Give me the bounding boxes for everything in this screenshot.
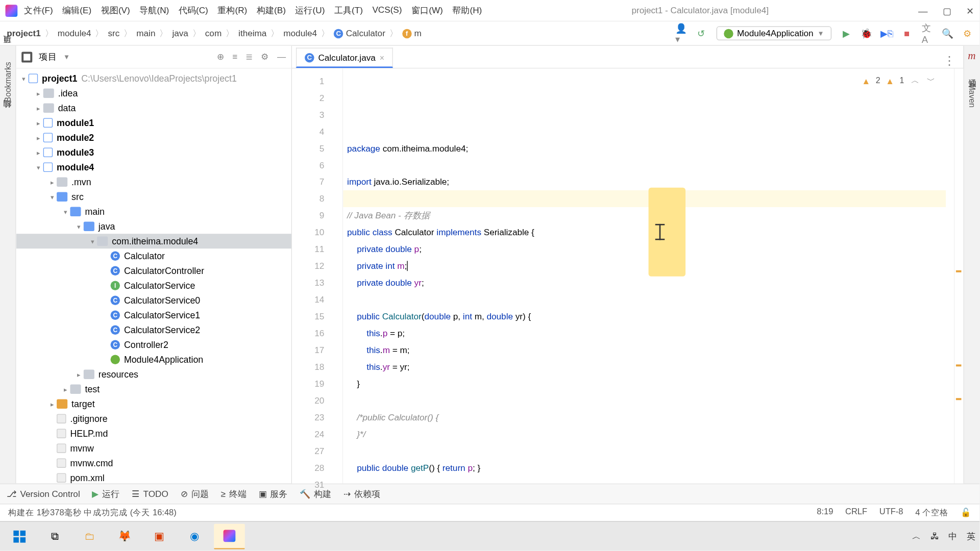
breadcrumb-item[interactable]: module4 xyxy=(58,28,91,38)
tab-calculator[interactable]: C Calculator.java × xyxy=(296,48,393,68)
tree-node[interactable]: ▸data xyxy=(16,101,291,116)
menu-item[interactable]: 构建(B) xyxy=(257,5,286,17)
error-stripe[interactable] xyxy=(954,68,963,483)
tab-more-icon[interactable]: ⋮ xyxy=(935,53,963,68)
inspection-widget[interactable]: ▲2 ▲1 ︿﹀ xyxy=(859,71,939,91)
firefox-button[interactable]: 🦊 xyxy=(109,523,140,549)
readonly-lock-icon[interactable]: 🔓 xyxy=(961,507,971,518)
sync-icon[interactable]: ↺ xyxy=(696,28,707,39)
intellij-button[interactable] xyxy=(214,523,245,549)
windows-taskbar[interactable]: ⧉ 🗀 🦊 ▣ ◉ ︿ 🖧 中 英 xyxy=(0,521,979,550)
menu-item[interactable]: 导航(N) xyxy=(139,5,169,17)
tree-node[interactable]: Module4Application xyxy=(16,353,291,367)
breadcrumb-item[interactable]: module4 xyxy=(283,28,317,38)
menu-item[interactable]: 运行(U) xyxy=(295,5,325,17)
caret-position[interactable]: 8:19 xyxy=(817,507,833,518)
editor-tabs[interactable]: C Calculator.java × ⋮ xyxy=(292,46,963,69)
line-separator[interactable]: CRLF xyxy=(845,507,867,518)
breadcrumb-field[interactable]: f m xyxy=(402,28,422,38)
user-icon[interactable]: 👤▾ xyxy=(676,28,687,39)
stop-button[interactable]: ■ xyxy=(901,28,912,39)
right-gutter[interactable]: m 通知 Maven xyxy=(963,46,979,484)
minimize-button[interactable]: — xyxy=(918,5,927,16)
tool-run[interactable]: ▶运行 xyxy=(92,488,119,500)
run-button[interactable]: ▶ xyxy=(841,28,852,39)
menu-item[interactable]: 重构(R) xyxy=(217,5,247,17)
breadcrumb-item[interactable]: java xyxy=(172,28,188,38)
tree-node[interactable]: ▾main xyxy=(16,205,291,219)
tool-todo[interactable]: ☰TODO xyxy=(132,489,168,499)
tree-node[interactable]: CCalculatorService0 xyxy=(16,293,291,308)
close-tab-icon[interactable]: × xyxy=(380,53,384,62)
close-button[interactable]: ✕ xyxy=(966,5,974,16)
taskview-button[interactable]: ⧉ xyxy=(39,523,70,549)
tree-node[interactable]: ▸target xyxy=(16,397,291,412)
gear-icon[interactable]: ⚙ xyxy=(261,52,269,62)
translate-icon[interactable]: 文A xyxy=(922,28,933,39)
tree-node[interactable]: ▾src xyxy=(16,190,291,205)
menu-item[interactable]: 工具(T) xyxy=(334,5,363,17)
tree-node[interactable]: ▾java xyxy=(16,219,291,234)
settings-icon[interactable]: ⚙ xyxy=(962,28,973,39)
tree-node[interactable]: .gitignore xyxy=(16,412,291,427)
expand-icon[interactable]: ≡ xyxy=(232,52,237,62)
search-icon[interactable]: 🔍 xyxy=(942,28,952,39)
breadcrumb-class[interactable]: C Calculator xyxy=(334,28,385,38)
tray-network-icon[interactable]: 🖧 xyxy=(930,531,939,541)
tool-terminal[interactable]: ≥终端 xyxy=(221,488,247,500)
menu-item[interactable]: 文件(F) xyxy=(24,5,53,17)
office-button[interactable]: ▣ xyxy=(144,523,175,549)
tree-node[interactable]: CCalculatorService1 xyxy=(16,308,291,323)
left-tab-bookmarks[interactable]: Bookmarks xyxy=(3,62,12,102)
hide-icon[interactable]: — xyxy=(277,52,286,62)
tree-node[interactable]: CCalculator xyxy=(16,249,291,264)
breadcrumb-item[interactable]: com xyxy=(205,28,222,38)
debug-button[interactable]: 🐞 xyxy=(861,28,872,39)
tree-node[interactable]: ▾com.itheima.module4 xyxy=(16,234,291,249)
menu-item[interactable]: 编辑(E) xyxy=(62,5,91,17)
tree-root[interactable]: ▾project1C:\Users\Lenovo\IdeaProjects\pr… xyxy=(16,71,291,86)
tree-node[interactable]: ▸module1 xyxy=(16,116,291,131)
tree-node[interactable]: mvnw xyxy=(16,441,291,456)
locate-icon[interactable]: ⊕ xyxy=(217,52,224,62)
project-tree[interactable]: ▾project1C:\Users\Lenovo\IdeaProjects\pr… xyxy=(16,68,291,483)
maximize-button[interactable]: ▢ xyxy=(943,5,951,16)
breadcrumb-item[interactable]: project1 xyxy=(7,28,41,38)
menu-item[interactable]: VCS(S) xyxy=(372,5,402,17)
breadcrumb-item[interactable]: src xyxy=(108,28,119,38)
tool-services[interactable]: ▣服务 xyxy=(259,488,288,500)
left-gutter[interactable]: 项目 Bookmarks 结构 xyxy=(0,46,16,484)
file-encoding[interactable]: UTF-8 xyxy=(879,507,903,518)
breadcrumb-item[interactable]: itheima xyxy=(238,28,266,38)
menu-bar[interactable]: 文件(F)编辑(E)视图(V)导航(N)代码(C)重构(R)构建(B)运行(U)… xyxy=(24,5,482,17)
tool-window-bar[interactable]: ⎇Version Control ▶运行 ☰TODO ⊘问题 ≥终端 ▣服务 🔨… xyxy=(0,484,979,504)
tree-node[interactable]: pom.xml xyxy=(16,471,291,484)
explorer-button[interactable]: 🗀 xyxy=(74,523,105,549)
ime-indicator-1[interactable]: 中 xyxy=(948,530,957,542)
fold-column[interactable] xyxy=(334,68,343,483)
tree-node[interactable]: ▸module3 xyxy=(16,145,291,160)
coverage-button[interactable]: ▶⎘ xyxy=(881,28,892,39)
start-button[interactable] xyxy=(4,523,35,549)
maven-icon[interactable]: m xyxy=(968,50,975,62)
ime-indicator-2[interactable]: 英 xyxy=(967,530,975,542)
tree-node[interactable]: ▸test xyxy=(16,382,291,397)
indent-info[interactable]: 4 个空格 xyxy=(915,507,948,518)
right-tab-maven[interactable]: Maven xyxy=(967,83,976,107)
code-editor[interactable]: ▲2 ▲1 ︿﹀ package com.itheima.module4; im… xyxy=(343,68,954,483)
tool-deps[interactable]: ⇢依赖项 xyxy=(344,488,380,500)
tool-problems[interactable]: ⊘问题 xyxy=(181,488,209,500)
breadcrumb[interactable]: project1〉module4〉src〉main〉java〉com〉ithei… xyxy=(7,27,422,39)
menu-item[interactable]: 视图(V) xyxy=(101,5,130,17)
collapse-icon[interactable]: ≣ xyxy=(246,52,253,62)
tree-node[interactable]: ICalculatorService xyxy=(16,279,291,293)
tree-node[interactable]: CCalculatorService2 xyxy=(16,323,291,338)
tree-node[interactable]: mvnw.cmd xyxy=(16,456,291,471)
tree-node[interactable]: CController2 xyxy=(16,338,291,353)
tree-node[interactable]: ▸.idea xyxy=(16,86,291,101)
tray-chevron-icon[interactable]: ︿ xyxy=(912,530,921,542)
menu-item[interactable]: 窗口(W) xyxy=(411,5,443,17)
tree-node[interactable]: HELP.md xyxy=(16,427,291,441)
menu-item[interactable]: 帮助(H) xyxy=(452,5,482,17)
tree-node[interactable]: CCalculatorController xyxy=(16,264,291,279)
